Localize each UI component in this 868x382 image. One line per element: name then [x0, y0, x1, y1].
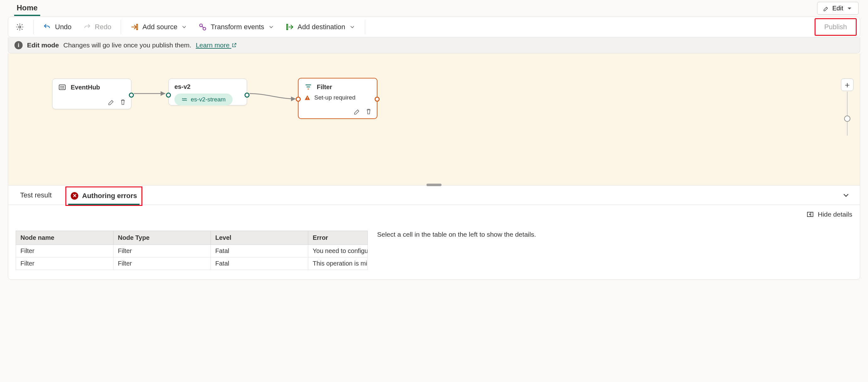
edit-button[interactable]: Edit	[817, 2, 859, 15]
cell-error[interactable]: This operation is missin	[308, 257, 368, 270]
add-destination-button[interactable]: Add destination	[281, 21, 360, 34]
edit-button-label: Edit	[833, 5, 843, 12]
eventhub-icon	[58, 83, 66, 91]
filter-icon	[304, 83, 312, 91]
output-port[interactable]	[245, 93, 250, 98]
add-source-button[interactable]: Add source	[126, 21, 192, 34]
chevron-down-icon	[268, 24, 274, 30]
hide-details-button[interactable]: Hide details	[806, 211, 852, 218]
table-row[interactable]: Filter Filter Fatal This operation is mi…	[16, 257, 368, 270]
cell-node-type[interactable]: Filter	[114, 245, 211, 257]
delete-node-icon[interactable]	[365, 108, 372, 115]
errors-table[interactable]: Node name Node Type Level Error Filter F…	[16, 231, 368, 270]
tab-authoring-errors[interactable]: ✕ Authoring errors	[68, 188, 140, 205]
redo-button[interactable]: Redo	[79, 21, 116, 34]
col-node-name[interactable]: Node name	[16, 231, 114, 245]
collapse-panel-icon[interactable]	[842, 191, 850, 200]
separator	[33, 20, 34, 34]
cell-level[interactable]: Fatal	[211, 245, 308, 257]
transform-events-button[interactable]: Transform events	[194, 21, 278, 34]
node-eventhub-title: EventHub	[71, 84, 100, 91]
warning-icon	[304, 95, 310, 101]
input-port[interactable]	[166, 93, 171, 98]
output-port[interactable]	[375, 97, 380, 102]
settings-button[interactable]	[11, 21, 28, 34]
canvas[interactable]: EventHub es-v2 es-v2-stream	[8, 54, 860, 185]
svg-point-3	[203, 27, 206, 30]
cell-node-name[interactable]: Filter	[16, 245, 114, 257]
cell-level[interactable]: Fatal	[211, 257, 308, 270]
node-filter[interactable]: Filter Set-up required	[298, 78, 377, 119]
chevron-down-icon	[349, 24, 355, 30]
delete-node-icon[interactable]	[119, 98, 127, 106]
separator	[365, 20, 365, 34]
cell-error[interactable]: You need to configure t	[308, 245, 368, 257]
transform-label: Transform events	[211, 23, 264, 31]
undo-button[interactable]: Undo	[39, 21, 76, 34]
cell-node-name[interactable]: Filter	[16, 257, 114, 270]
info-message: Changes will go live once you publish th…	[63, 41, 191, 49]
publish-button[interactable]: Publish	[814, 18, 857, 36]
header-row: Home Edit	[8, 0, 860, 16]
add-node-button[interactable]: ＋	[841, 78, 854, 91]
tab-authoring-errors-highlight: ✕ Authoring errors	[65, 186, 142, 206]
add-source-label: Add source	[142, 23, 177, 31]
col-level[interactable]: Level	[211, 231, 308, 245]
connection-esv2-filter	[247, 90, 299, 105]
node-esv2-title: es-v2	[175, 83, 190, 91]
separator	[121, 20, 121, 34]
svg-rect-4	[287, 24, 287, 30]
info-icon: i	[14, 41, 23, 49]
node-filter-title: Filter	[317, 83, 332, 91]
cell-node-type[interactable]: Filter	[114, 257, 211, 270]
panel-tabs: Test result ✕ Authoring errors	[8, 185, 860, 205]
svg-point-8	[63, 86, 64, 87]
caret-down-icon	[846, 5, 852, 12]
col-node-type[interactable]: Node Type	[114, 231, 211, 245]
info-mode-label: Edit mode	[27, 41, 59, 49]
open-external-icon	[231, 42, 237, 48]
node-filter-status-label: Set-up required	[314, 94, 355, 101]
table-header-row: Node name Node Type Level Error	[16, 231, 368, 245]
zoom-slider-rail[interactable]	[847, 92, 847, 136]
plus-icon: ＋	[843, 79, 851, 91]
panel-drag-handle[interactable]	[427, 184, 441, 186]
svg-rect-13	[307, 99, 308, 100]
svg-point-7	[62, 86, 63, 87]
node-esv2[interactable]: es-v2 es-v2-stream	[168, 78, 247, 105]
zoom-slider-handle[interactable]	[844, 115, 850, 122]
errors-table-wrap: Node name Node Type Level Error Filter F…	[16, 231, 368, 270]
chevron-down-icon	[181, 24, 187, 30]
edit-node-icon[interactable]	[353, 108, 361, 115]
svg-point-9	[60, 88, 61, 89]
edit-node-icon[interactable]	[108, 98, 115, 106]
svg-rect-1	[137, 24, 138, 30]
undo-label: Undo	[55, 23, 72, 31]
connection-eventhub-esv2	[131, 90, 169, 99]
table-row[interactable]: Filter Filter Fatal You need to configur…	[16, 245, 368, 257]
transform-icon	[198, 23, 207, 31]
svg-point-0	[19, 26, 21, 28]
stream-icon	[181, 96, 188, 103]
tab-home[interactable]: Home	[14, 1, 40, 16]
redo-label: Redo	[95, 23, 112, 31]
stream-pill[interactable]: es-v2-stream	[175, 94, 232, 105]
learn-more-link[interactable]: Learn more	[196, 41, 237, 49]
input-port[interactable]	[296, 97, 301, 102]
node-eventhub[interactable]: EventHub	[52, 78, 131, 109]
bottom-panel: Test result ✕ Authoring errors Hide deta…	[8, 185, 860, 280]
svg-point-6	[60, 86, 61, 87]
hide-details-label: Hide details	[818, 211, 852, 218]
output-port[interactable]	[129, 93, 134, 98]
destination-icon	[286, 23, 294, 31]
col-error[interactable]: Error	[308, 231, 368, 245]
node-filter-status: Set-up required	[299, 93, 377, 102]
detail-pane: Select a cell in the table on the left t…	[377, 231, 852, 270]
svg-rect-5	[59, 85, 65, 90]
stream-pill-label: es-v2-stream	[191, 96, 226, 103]
svg-rect-12	[307, 97, 308, 98]
svg-point-2	[200, 24, 203, 27]
collapse-right-icon	[806, 211, 814, 218]
tab-test-result[interactable]: Test result	[18, 187, 54, 203]
add-destination-label: Add destination	[298, 23, 345, 31]
